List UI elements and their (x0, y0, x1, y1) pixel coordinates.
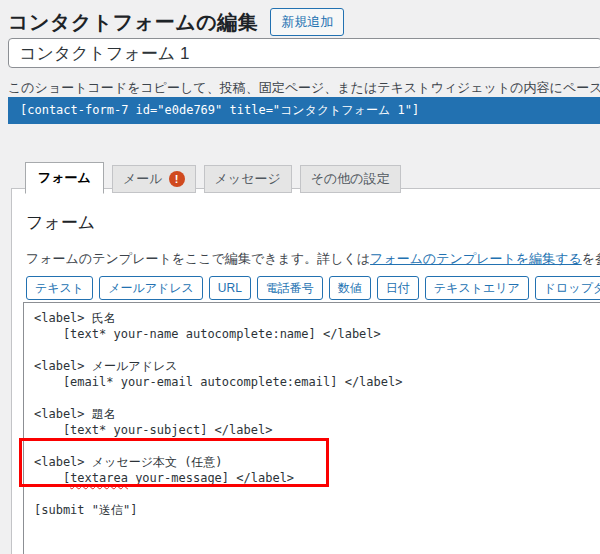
panel-description: フォームのテンプレートをここで編集できます。詳しくはフォームのテンプレートを編集… (26, 250, 600, 268)
editor-tabs: フォーム メール ! メッセージ その他の設定 (25, 162, 401, 193)
tag-generator-buttons: テキスト メールアドレス URL 電話番号 数値 日付 テキストエリア ドロップ… (26, 276, 600, 300)
tab-form-label: フォーム (38, 169, 91, 187)
description-text-before: フォームのテンプレートをここで編集できます。詳しくは (26, 251, 370, 266)
tag-button-url[interactable]: URL (209, 276, 251, 300)
tab-messages[interactable]: メッセージ (204, 165, 292, 193)
panel-heading: フォーム (26, 211, 600, 234)
code-line (34, 342, 600, 358)
code-line-message-tag: [textarea your-message] </label> (34, 470, 600, 486)
description-text-after: を参照。 (582, 251, 600, 266)
shortcode-help-text: このショートコードをコピーして、投稿、固定ページ、またはテキストウィジェットの内… (8, 79, 600, 97)
tab-additional-settings[interactable]: その他の設定 (300, 165, 401, 193)
code-line (34, 390, 600, 406)
form-tab-panel: フォーム フォームのテンプレートをここで編集できます。詳しくはフォームのテンプレ… (11, 188, 600, 554)
tag-button-tel[interactable]: 電話番号 (257, 276, 323, 300)
tag-button-email[interactable]: メールアドレス (99, 276, 203, 300)
tab-form[interactable]: フォーム (25, 162, 104, 194)
add-new-button[interactable]: 新規追加 (270, 8, 344, 36)
form-template-editor[interactable]: <label> 氏名 [text* your-name autocomplete… (23, 302, 600, 554)
warning-badge-icon: ! (169, 171, 185, 187)
code-text: your-message] </label> (128, 471, 294, 485)
code-line: [submit "送信"] (34, 502, 600, 518)
code-line: [email* your-email autocomplete:email] <… (34, 374, 600, 390)
code-line: <label> 氏名 (34, 310, 600, 326)
code-line: <label> 題名 (34, 406, 600, 422)
tag-button-text[interactable]: テキスト (26, 276, 93, 300)
code-line: <label> メールアドレス (34, 358, 600, 374)
spellcheck-underlined-word: textarea (70, 471, 128, 485)
tag-button-number[interactable]: 数値 (329, 276, 371, 300)
code-line: [text* your-name autocomplete:name] </la… (34, 326, 600, 342)
code-line (34, 438, 600, 454)
code-text: [ (34, 471, 70, 485)
tab-mail-label: メール (123, 170, 163, 188)
tag-button-textarea[interactable]: テキストエリア (425, 276, 529, 300)
edit-form-template-link[interactable]: フォームのテンプレートを編集する (370, 251, 582, 266)
shortcode-field[interactable]: [contact-form-7 id="e0de769" title="コンタク… (8, 97, 600, 124)
tag-button-date[interactable]: 日付 (377, 276, 419, 300)
tab-additional-settings-label: その他の設定 (311, 170, 390, 188)
tag-button-dropdown[interactable]: ドロップダウンメニュー (535, 276, 600, 300)
tab-mail[interactable]: メール ! (112, 165, 196, 193)
code-line-message-label: <label> メッセージ本文 (任意) (34, 454, 600, 470)
code-line: [text* your-subject] </label> (34, 422, 600, 438)
page-header: コンタクトフォームの編集 新規追加 (8, 8, 344, 36)
page-title: コンタクトフォームの編集 (8, 9, 258, 36)
form-title-input[interactable] (8, 38, 600, 68)
tab-messages-label: メッセージ (215, 170, 281, 188)
code-line (34, 486, 600, 502)
